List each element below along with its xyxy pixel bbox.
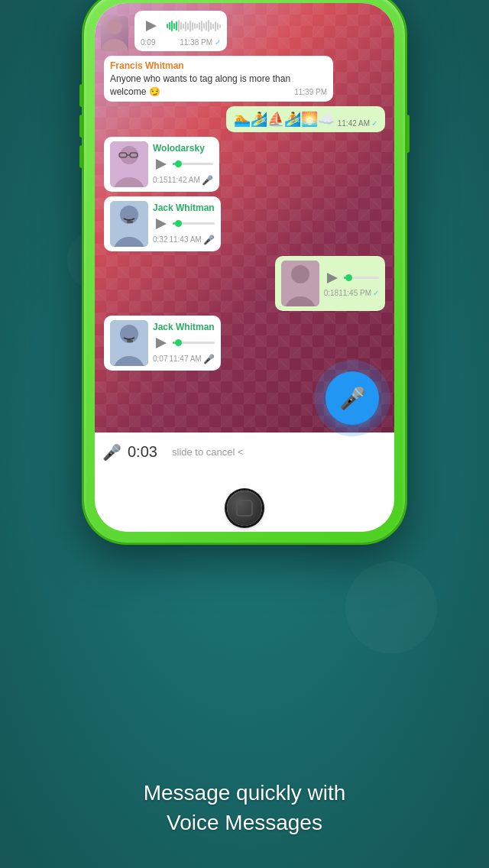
check-emoji: ✓ [371,119,377,128]
jack1-play-row [153,215,215,232]
wave-bar [199,22,200,30]
self-avatar-photo [281,261,319,306]
wave-bar [176,21,177,31]
jack2-play-btn[interactable] [153,335,170,351]
wolodarsky-mic-icon: 🎤 [202,175,213,186]
jack2-voice-details: Jack Whitman [153,322,215,364]
recording-time: 0:03 [128,443,166,461]
check-icon-top: ✓ [215,38,221,47]
wolodarsky-voice-container: Wolodarsky [104,137,219,192]
outgoing-time-row: 0:18 11:45 PM ✓ [324,289,379,297]
wave-bar [219,24,221,28]
text-francis: Anyone who wants to tag along is more th… [110,73,327,99]
voice-duration-top: 0:09 [141,38,155,47]
text-content-francis: Anyone who wants to tag along is more th… [110,73,290,97]
jack1-voice-container: Jack Whitman [104,196,221,251]
chat-area: 0:09 11:38 PM ✓ Francis Whitman [95,3,394,471]
wolodarsky-voice-details: Wolodarsky [153,143,213,186]
jack2-progress-track [173,342,215,344]
wave-bar [189,21,191,32]
svg-rect-11 [127,221,133,223]
wolodarsky-timestamp: 11:42 AM [167,176,199,184]
wave-bar [194,23,196,29]
wave-bar [169,22,170,30]
wave-bar [185,21,186,31]
svg-point-0 [107,19,122,34]
waveform-top [167,19,221,33]
svg-point-1 [101,39,128,51]
outgoing-voice-details: 0:18 11:45 PM ✓ [324,270,379,297]
jack2-photo [110,320,148,366]
jack2-voice-bubble: Jack Whitman [104,316,221,371]
jack2-time-row: 0:07 11:47 AM 🎤 [153,354,215,364]
jack1-play-triangle [156,219,167,229]
jack2-progress-dot [175,339,182,346]
jack1-photo [110,201,148,247]
jack1-timestamp: 11:43 AM [169,235,201,244]
time-francis: 11:39 PM [294,87,327,98]
wave-bar [180,22,182,30]
sender-francis: Francis Whitman [110,60,327,71]
wave-bar [217,23,219,30]
jack1-progress-dot [175,220,182,227]
wave-bar [210,22,212,30]
wolodarsky-time-row: 0:15 11:42 AM 🎤 [153,175,213,186]
avatar-top [101,16,128,51]
jack2-timestamp: 11:47 AM [169,355,201,363]
wolodarsky-voice-bubble: Wolodarsky [104,137,219,192]
wave-bar [215,21,216,31]
play-button-top[interactable] [141,15,162,37]
voice-bubble-top: 0:09 11:38 PM ✓ [134,11,227,51]
wave-bar [167,24,168,28]
jack1-progress-track [173,222,215,225]
message-top-voice: 0:09 11:38 PM ✓ [101,11,227,51]
phone-device: 0:09 11:38 PM ✓ Francis Whitman [84,0,405,542]
mic-record-icon: 🎤 [102,443,121,462]
outgoing-play-btn[interactable] [324,270,341,287]
wolodarsky-progress-track [173,163,213,165]
wave-bar [171,21,173,31]
wolodarsky-progress-dot [175,160,182,167]
mic-button-big[interactable]: 🎤 [325,371,379,425]
voice-time-top: 11:38 PM [180,38,212,47]
jack1-mic-icon: 🎤 [203,235,215,245]
jack2-duration: 0:07 [153,355,167,363]
outgoing-play-row [324,270,379,287]
home-button[interactable] [227,491,262,526]
wolodarsky-play-btn[interactable] [153,156,170,173]
play-triangle [146,21,157,31]
outgoing-duration: 0:18 [324,289,338,297]
wolodarsky-duration: 0:15 [153,176,167,184]
slide-cancel-text: slide to cancel < [172,446,387,458]
jack1-voice-details: Jack Whitman [153,202,215,245]
wave-bar [212,24,214,29]
emoji-content: 🏊🏄⛵🏄🌅☁️ [234,111,335,128]
tagline: Message quickly with Voice Messages [0,778,489,837]
tagline-line2: Voice Messages [167,811,322,834]
wave-bar [203,23,205,29]
text-bubble-francis: Francis Whitman Anyone who wants to tag … [104,56,333,102]
wave-bar [173,23,175,29]
home-button-inner [236,500,253,517]
jack2-mic-icon: 🎤 [203,354,215,364]
outgoing-play-triangle [327,273,338,283]
jack1-duration: 0:32 [153,235,167,244]
wave-bar [206,21,207,31]
wave-bar [201,21,202,31]
jack2-play-triangle [156,338,167,348]
wolodarsky-play-triangle [156,159,167,170]
wave-bar [196,24,198,28]
wave-bar [187,23,189,30]
wave-bar [192,22,193,31]
time-emoji: 11:42 AM [338,119,370,128]
jack1-sender: Jack Whitman [153,202,215,213]
tagline-line1: Message quickly with [144,781,346,805]
bubble-meta-top: 0:09 11:38 PM ✓ [141,38,221,47]
wave-bar [178,20,180,32]
emoji-bubble-outgoing: 🏊🏄⛵🏄🌅☁️ 11:42 AM ✓ [226,106,385,132]
jack1-play-btn[interactable] [153,215,170,232]
wave-bar [183,24,184,29]
outgoing-check: ✓ [373,289,379,297]
svg-point-13 [291,265,309,283]
wave-bar [208,20,209,32]
